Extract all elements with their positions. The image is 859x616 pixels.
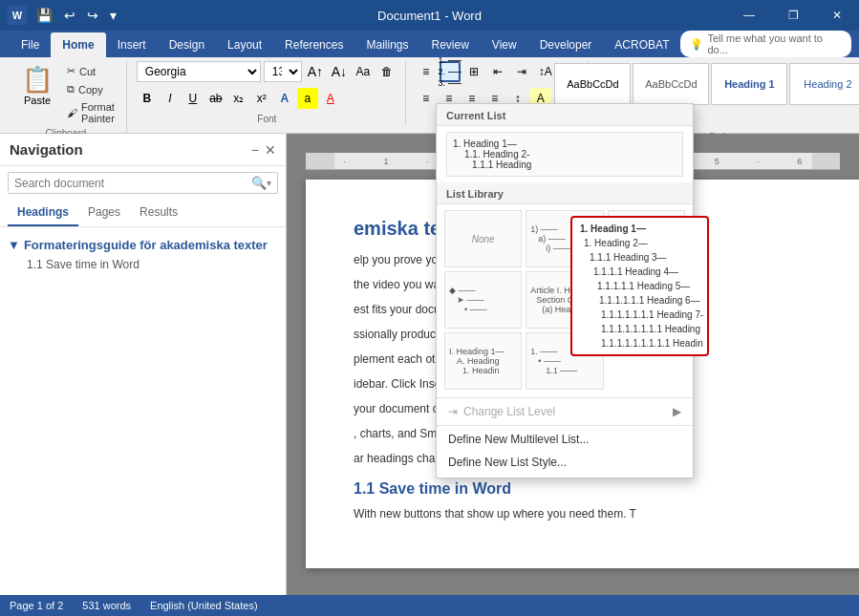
hp-item-4[interactable]: 1.1.1.1 Heading 4—: [576, 265, 703, 279]
cut-icon: ✂: [67, 65, 75, 77]
change-list-level-btn[interactable]: ⇥ Change List Level ▶: [437, 400, 693, 423]
tab-design[interactable]: Design: [158, 32, 216, 57]
nav-item-h1[interactable]: ▼ Formateringsguide för akademiska texte…: [8, 235, 278, 255]
dropdown-divider2: [437, 425, 693, 426]
quick-access-toolbar: 💾 ↩ ↪ ▾: [32, 6, 120, 25]
expand-arrow: ▼: [8, 238, 20, 252]
doc-sub-heading: 1.1 Save time in Word: [354, 480, 831, 498]
paste-icon: 📋: [22, 65, 53, 95]
restore-btn[interactable]: ❐: [771, 0, 815, 31]
tab-developer[interactable]: Developer: [528, 32, 604, 57]
search-dropdown-btn[interactable]: ▾: [267, 178, 271, 188]
italic-button[interactable]: I: [160, 88, 181, 109]
search-input[interactable]: [14, 177, 251, 190]
heading1-label: Heading 1: [724, 78, 775, 90]
style-heading1[interactable]: Heading 1: [711, 63, 787, 105]
format-painter-button[interactable]: 🖌 Format Painter: [63, 99, 118, 126]
clipboard-group: 📋 Paste ✂ Cut ⧉ Copy 🖌 Format Painter: [6, 61, 127, 138]
define-multilevel-btn[interactable]: Define New Multilevel List...: [437, 428, 693, 451]
align-left-btn[interactable]: ≡: [416, 88, 437, 109]
font-name-select[interactable]: Georgia: [137, 61, 261, 82]
tab-insert[interactable]: Insert: [106, 32, 158, 57]
current-list-item[interactable]: 1. Heading 1— 1.1. Heading 2- 1.1.1 Head…: [446, 132, 683, 177]
nav-title: Navigation: [10, 141, 83, 158]
font-size-select[interactable]: 13: [264, 61, 302, 82]
word-icon: W: [8, 6, 27, 25]
nav-header: Navigation − ✕: [0, 134, 286, 166]
dropdown-divider1: [437, 397, 693, 398]
nav-tab-pages[interactable]: Pages: [78, 200, 130, 226]
nav-controls: − ✕: [251, 142, 276, 158]
increase-indent-btn[interactable]: ⇥: [511, 61, 532, 82]
hp-item-9[interactable]: 1.1.1.1.1.1.1.1.1 Heading 9: [576, 336, 703, 350]
ribbon-tab-bar: File Home Insert Design Layout Reference…: [0, 31, 859, 57]
nav-h1-text: Formateringsguide för akademiska texter: [24, 238, 268, 252]
redo-quick-btn[interactable]: ↪: [83, 6, 102, 25]
hp-item-8[interactable]: 1.1.1.1.1.1.1.1 Heading 8—: [576, 322, 703, 336]
increase-font-btn[interactable]: A↑: [305, 61, 326, 82]
nav-tabs: Headings Pages Results: [0, 200, 286, 227]
list-library-title: List Library: [437, 182, 693, 204]
hp-item-7[interactable]: 1.1.1.1.1.1.1 Heading 7—: [576, 308, 703, 322]
search-icon[interactable]: 🔍: [251, 176, 267, 190]
nav-minimize-btn[interactable]: −: [251, 142, 259, 158]
tab-mailings[interactable]: Mailings: [354, 32, 419, 57]
hp-item-2[interactable]: 1. Heading 2—: [576, 236, 703, 250]
tab-home[interactable]: Home: [51, 32, 105, 57]
hp-item-5[interactable]: 1.1.1.1.1 Heading 5—: [576, 279, 703, 293]
nav-close-btn[interactable]: ✕: [265, 142, 276, 158]
customize-quick-btn[interactable]: ▾: [106, 6, 120, 25]
undo-quick-btn[interactable]: ↩: [60, 6, 79, 25]
title-bar-left: W 💾 ↩ ↪ ▾: [8, 6, 120, 25]
navigation-panel: Navigation − ✕ 🔍 ▾ Headings Pages Result…: [0, 134, 287, 616]
format-painter-label: Format Painter: [81, 101, 115, 124]
change-list-icon: ⇥: [448, 405, 458, 418]
tab-file[interactable]: File: [10, 32, 51, 57]
close-btn[interactable]: ✕: [815, 0, 859, 31]
style-normal[interactable]: AaBbCcDd: [554, 63, 631, 105]
hp-item-1[interactable]: 1. Heading 1—: [576, 222, 703, 236]
bullets-btn[interactable]: ≡: [416, 61, 437, 82]
decrease-indent-btn[interactable]: ⇤: [487, 61, 508, 82]
define-list-style-btn[interactable]: Define New List Style...: [437, 451, 693, 474]
tab-layout[interactable]: Layout: [216, 32, 273, 57]
decrease-font-btn[interactable]: A↓: [329, 61, 350, 82]
bold-button[interactable]: B: [137, 88, 158, 109]
tab-references[interactable]: References: [273, 32, 354, 57]
list-roman-heading[interactable]: I. Heading 1— A. Heading 1. Headin: [444, 332, 522, 390]
copy-icon: ⧉: [67, 83, 75, 96]
multilevel-list-btn[interactable]: ⊞: [463, 61, 484, 82]
change-case-btn[interactable]: Aa: [353, 61, 374, 82]
nav-tab-results[interactable]: Results: [130, 200, 187, 226]
tab-view[interactable]: View: [481, 32, 528, 57]
superscript-btn[interactable]: x²: [251, 88, 272, 109]
numbering-icon: 1. 2. 3.: [437, 53, 464, 90]
list-bullets[interactable]: ◆ —— ➤ —— • ——: [444, 271, 522, 329]
text-effects-btn[interactable]: A: [274, 88, 295, 109]
highlight-btn[interactable]: a: [297, 88, 318, 109]
paste-button[interactable]: 📋 Paste: [13, 61, 61, 110]
clear-format-btn[interactable]: 🗑: [376, 61, 397, 82]
nav-h2-text: 1.1 Save time in Word: [27, 258, 140, 271]
style-no-spacing[interactable]: AaBbCcDd: [633, 63, 709, 105]
save-quick-btn[interactable]: 💾: [32, 6, 56, 25]
current-list-preview: 1. Heading 1— 1.1. Heading 2- 1.1.1 Head…: [437, 126, 693, 182]
hp-item-3[interactable]: 1.1.1 Heading 3—: [576, 250, 703, 265]
underline-button[interactable]: U: [183, 88, 204, 109]
list-none[interactable]: None: [444, 210, 522, 267]
copy-button[interactable]: ⧉ Copy: [63, 81, 118, 97]
sort-btn[interactable]: ↕A: [535, 61, 556, 82]
cut-button[interactable]: ✂ Cut: [63, 63, 118, 79]
numbering-btn[interactable]: 1. 2. 3.: [440, 61, 461, 82]
tab-acrobat[interactable]: ACROBAT: [603, 32, 680, 57]
subscript-btn[interactable]: x₂: [228, 88, 249, 109]
tell-me-bar[interactable]: 💡 Tell me what you want to do...: [680, 31, 851, 57]
font-color-btn[interactable]: A: [320, 88, 341, 109]
nav-tab-headings[interactable]: Headings: [8, 200, 78, 226]
style-heading2[interactable]: Heading 2: [789, 63, 859, 105]
minimize-btn[interactable]: —: [727, 0, 771, 31]
nav-item-h2[interactable]: 1.1 Save time in Word: [8, 255, 278, 274]
strikethrough-btn[interactable]: ab: [205, 88, 226, 109]
font-group: Georgia 13 A↑ A↓ Aa 🗑 B I U ab x₂ x² A a…: [129, 61, 406, 124]
hp-item-6[interactable]: 1.1.1.1.1.1 Heading 6—: [576, 293, 703, 308]
